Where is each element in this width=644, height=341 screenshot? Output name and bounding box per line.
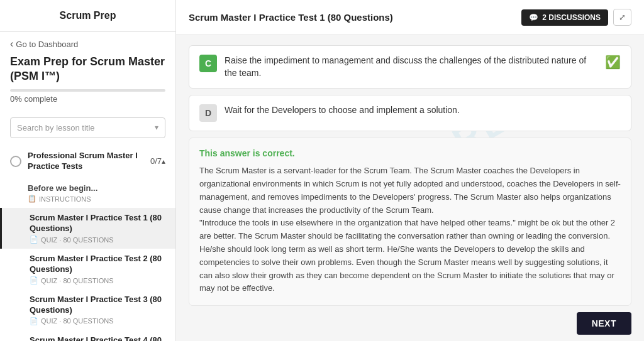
before-title: Before we begin... [28, 183, 165, 194]
main-content: Scrum Master I Practice Test 1 (80 Quest… [176, 0, 644, 341]
explanation-correct-label: This answer is correct. [199, 148, 621, 158]
lesson-item-4[interactable]: Scrum Master I Practice Test 4 (80 Quest… [0, 330, 175, 341]
section-title: Professional Scrum Master I Practice Tes… [28, 151, 142, 172]
answer-text-c: Raise the impediment to management and d… [225, 55, 597, 79]
lesson-item-before[interactable]: Before we begin... 📋 INSTRUCTIONS [0, 178, 175, 208]
section-header-left: Professional Scrum Master I Practice Tes… [10, 151, 162, 172]
next-button[interactable]: NEXT [577, 312, 631, 335]
progress-bar-container [10, 89, 165, 92]
main-header: Scrum Master I Practice Test 1 (80 Quest… [176, 0, 644, 35]
answer-label-c: C [199, 55, 217, 72]
lesson-3-subtitle: 📄 QUIZ · 80 QUESTIONS [30, 317, 165, 325]
lesson-3-title: Scrum Master I Practice Test 3 (80 Quest… [30, 295, 165, 316]
lesson-4-title: Scrum Master I Practice Test 4 (80 Quest… [30, 335, 165, 341]
lesson-item-2[interactable]: Scrum Master I Practice Test 2 (80 Quest… [0, 249, 175, 290]
discussions-button[interactable]: 💬 2 DISCUSSIONS [521, 9, 608, 26]
sidebar: Scrum Prep Go to Dashboard Exam Prep for… [0, 0, 176, 341]
answer-card-c[interactable]: C Raise the impediment to management and… [189, 45, 631, 89]
answer-label-d: D [199, 104, 217, 122]
course-title: Exam Prep for Scrum Master (PSM I™) [10, 55, 165, 84]
discussions-label: 2 DISCUSSIONS [542, 13, 601, 22]
check-icon-c: ✅ [605, 55, 621, 70]
sidebar-header: Scrum Prep [0, 0, 175, 32]
lesson-2-subtitle: 📄 QUIZ · 80 QUESTIONS [30, 276, 165, 284]
sidebar-content: Professional Scrum Master I Practice Tes… [0, 144, 175, 341]
sidebar-nav: Go to Dashboard Exam Prep for Scrum Mast… [0, 32, 175, 112]
quiz-icon-3: 📄 [30, 317, 38, 325]
explanation-box: This answer is correct. The Scrum Master… [189, 138, 631, 306]
answer-card-d[interactable]: D Wait for the Developers to choose and … [189, 95, 631, 131]
answer-text-d: Wait for the Developers to choose and im… [225, 104, 621, 117]
instructions-icon: 📋 [28, 195, 36, 203]
explanation-text: The Scrum Master is a servant-leader for… [199, 165, 621, 295]
chevron-up-icon: ▴ [162, 157, 165, 166]
footer-actions: NEXT [176, 306, 644, 341]
section-circle-icon [10, 156, 21, 167]
search-box[interactable]: Search by lesson title ▾ [10, 117, 165, 138]
expand-icon: ⤢ [619, 13, 626, 22]
search-box-placeholder: Search by lesson title [17, 123, 95, 133]
lesson-item-3[interactable]: Scrum Master I Practice Test 3 (80 Quest… [0, 290, 175, 330]
quiz-icon-1: 📄 [30, 235, 38, 244]
main-header-title: Scrum Master I Practice Test 1 (80 Quest… [189, 12, 393, 23]
chevron-down-icon: ▾ [155, 123, 158, 132]
before-subtitle: 📋 INSTRUCTIONS [28, 195, 165, 203]
section-header[interactable]: Professional Scrum Master I Practice Tes… [0, 144, 175, 178]
quiz-icon-2: 📄 [30, 276, 38, 284]
lesson-1-title: Scrum Master I Practice Test 1 (80 Quest… [30, 213, 165, 234]
section-count: 0/7 [150, 156, 162, 166]
header-actions: 💬 2 DISCUSSIONS ⤢ [521, 9, 631, 26]
expand-button[interactable]: ⤢ [613, 9, 631, 26]
progress-text: 0% complete [10, 94, 165, 104]
chat-icon: 💬 [529, 13, 538, 22]
sidebar-title: Scrum Prep [60, 10, 116, 21]
back-link[interactable]: Go to Dashboard [10, 38, 165, 50]
lesson-1-subtitle: 📄 QUIZ · 80 QUESTIONS [30, 235, 165, 244]
lesson-2-title: Scrum Master I Practice Test 2 (80 Quest… [30, 254, 165, 275]
lesson-item-1[interactable]: Scrum Master I Practice Test 1 (80 Quest… [0, 208, 175, 249]
main-body: SCRUM PREP C Raise the impediment to man… [176, 35, 644, 306]
